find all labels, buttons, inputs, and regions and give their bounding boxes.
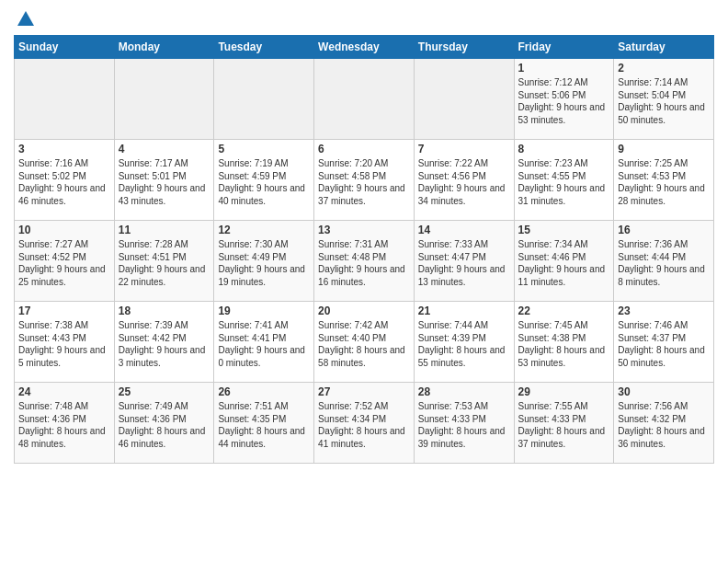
calendar: SundayMondayTuesdayWednesdayThursdayFrid… — [14, 35, 714, 464]
calendar-cell: 23Sunrise: 7:46 AM Sunset: 4:37 PM Dayli… — [614, 302, 714, 383]
day-info: Sunrise: 7:25 AM Sunset: 4:53 PM Dayligh… — [618, 157, 710, 207]
day-number: 8 — [518, 143, 610, 155]
calendar-cell: 15Sunrise: 7:34 AM Sunset: 4:46 PM Dayli… — [514, 221, 614, 302]
day-info: Sunrise: 7:34 AM Sunset: 4:46 PM Dayligh… — [518, 238, 610, 288]
calendar-cell: 2Sunrise: 7:14 AM Sunset: 5:04 PM Daylig… — [614, 59, 714, 140]
calendar-cell: 17Sunrise: 7:38 AM Sunset: 4:43 PM Dayli… — [15, 302, 115, 383]
calendar-cell — [314, 59, 415, 140]
day-number: 2 — [618, 62, 710, 75]
calendar-cell: 22Sunrise: 7:45 AM Sunset: 4:38 PM Dayli… — [514, 302, 614, 383]
day-info: Sunrise: 7:42 AM Sunset: 4:40 PM Dayligh… — [318, 319, 410, 369]
day-info: Sunrise: 7:27 AM Sunset: 4:52 PM Dayligh… — [18, 238, 110, 288]
day-info: Sunrise: 7:39 AM Sunset: 4:42 PM Dayligh… — [119, 319, 210, 369]
day-number: 18 — [119, 304, 210, 317]
day-info: Sunrise: 7:46 AM Sunset: 4:37 PM Dayligh… — [618, 319, 710, 369]
svg-marker-0 — [17, 11, 34, 26]
day-info: Sunrise: 7:14 AM Sunset: 5:04 PM Dayligh… — [618, 76, 710, 126]
calendar-cell — [414, 59, 514, 140]
day-info: Sunrise: 7:55 AM Sunset: 4:33 PM Dayligh… — [518, 400, 610, 450]
day-number: 15 — [518, 224, 610, 236]
day-number: 10 — [18, 224, 110, 236]
calendar-cell: 19Sunrise: 7:41 AM Sunset: 4:41 PM Dayli… — [214, 302, 314, 383]
calendar-week-row: 24Sunrise: 7:48 AM Sunset: 4:36 PM Dayli… — [15, 383, 714, 464]
calendar-cell: 24Sunrise: 7:48 AM Sunset: 4:36 PM Dayli… — [15, 383, 115, 464]
calendar-cell: 16Sunrise: 7:36 AM Sunset: 4:44 PM Dayli… — [614, 221, 714, 302]
calendar-cell — [114, 59, 214, 140]
calendar-cell: 4Sunrise: 7:17 AM Sunset: 5:01 PM Daylig… — [114, 140, 214, 221]
day-number: 24 — [18, 385, 110, 398]
calendar-cell: 29Sunrise: 7:55 AM Sunset: 4:33 PM Dayli… — [514, 383, 614, 464]
calendar-week-row: 3Sunrise: 7:16 AM Sunset: 5:02 PM Daylig… — [15, 140, 714, 221]
day-info: Sunrise: 7:53 AM Sunset: 4:33 PM Dayligh… — [418, 400, 510, 450]
calendar-cell: 3Sunrise: 7:16 AM Sunset: 5:02 PM Daylig… — [15, 140, 115, 221]
weekday-header: Tuesday — [214, 36, 314, 59]
weekday-header: Sunday — [15, 36, 115, 59]
logo-icon — [16, 9, 36, 29]
calendar-cell: 21Sunrise: 7:44 AM Sunset: 4:39 PM Dayli… — [414, 302, 514, 383]
day-number: 23 — [618, 304, 710, 317]
calendar-cell: 13Sunrise: 7:31 AM Sunset: 4:48 PM Dayli… — [314, 221, 415, 302]
day-number: 25 — [119, 385, 210, 398]
day-info: Sunrise: 7:36 AM Sunset: 4:44 PM Dayligh… — [618, 238, 710, 288]
day-info: Sunrise: 7:31 AM Sunset: 4:48 PM Dayligh… — [318, 238, 410, 288]
calendar-cell: 25Sunrise: 7:49 AM Sunset: 4:36 PM Dayli… — [114, 383, 214, 464]
day-number: 14 — [418, 224, 510, 236]
day-info: Sunrise: 7:49 AM Sunset: 4:36 PM Dayligh… — [119, 400, 210, 450]
day-number: 13 — [318, 224, 410, 236]
day-info: Sunrise: 7:38 AM Sunset: 4:43 PM Dayligh… — [18, 319, 110, 369]
calendar-cell: 1Sunrise: 7:12 AM Sunset: 5:06 PM Daylig… — [514, 59, 614, 140]
calendar-cell: 28Sunrise: 7:53 AM Sunset: 4:33 PM Dayli… — [414, 383, 514, 464]
day-info: Sunrise: 7:16 AM Sunset: 5:02 PM Dayligh… — [18, 157, 110, 207]
calendar-cell: 6Sunrise: 7:20 AM Sunset: 4:58 PM Daylig… — [314, 140, 415, 221]
weekday-header: Thursday — [414, 36, 514, 59]
day-info: Sunrise: 7:41 AM Sunset: 4:41 PM Dayligh… — [218, 319, 310, 369]
calendar-cell — [214, 59, 314, 140]
day-info: Sunrise: 7:23 AM Sunset: 4:55 PM Dayligh… — [518, 157, 610, 207]
calendar-cell: 26Sunrise: 7:51 AM Sunset: 4:35 PM Dayli… — [214, 383, 314, 464]
calendar-week-row: 17Sunrise: 7:38 AM Sunset: 4:43 PM Dayli… — [15, 302, 714, 383]
day-number: 22 — [518, 304, 610, 317]
calendar-cell: 27Sunrise: 7:52 AM Sunset: 4:34 PM Dayli… — [314, 383, 415, 464]
day-info: Sunrise: 7:51 AM Sunset: 4:35 PM Dayligh… — [218, 400, 310, 450]
day-number: 17 — [18, 304, 110, 317]
day-info: Sunrise: 7:28 AM Sunset: 4:51 PM Dayligh… — [119, 238, 210, 288]
day-info: Sunrise: 7:12 AM Sunset: 5:06 PM Dayligh… — [518, 76, 610, 126]
day-number: 4 — [119, 143, 210, 155]
calendar-cell: 12Sunrise: 7:30 AM Sunset: 4:49 PM Dayli… — [214, 221, 314, 302]
day-number: 20 — [318, 304, 410, 317]
calendar-week-row: 1Sunrise: 7:12 AM Sunset: 5:06 PM Daylig… — [15, 59, 714, 140]
day-info: Sunrise: 7:44 AM Sunset: 4:39 PM Dayligh… — [418, 319, 510, 369]
day-number: 6 — [318, 143, 410, 155]
day-info: Sunrise: 7:20 AM Sunset: 4:58 PM Dayligh… — [318, 157, 410, 207]
day-info: Sunrise: 7:22 AM Sunset: 4:56 PM Dayligh… — [418, 157, 510, 207]
day-number: 27 — [318, 385, 410, 398]
day-number: 21 — [418, 304, 510, 317]
weekday-header: Friday — [514, 36, 614, 59]
calendar-week-row: 10Sunrise: 7:27 AM Sunset: 4:52 PM Dayli… — [15, 221, 714, 302]
day-number: 16 — [618, 224, 710, 236]
day-info: Sunrise: 7:45 AM Sunset: 4:38 PM Dayligh… — [518, 319, 610, 369]
day-info: Sunrise: 7:56 AM Sunset: 4:32 PM Dayligh… — [618, 400, 710, 450]
calendar-cell: 20Sunrise: 7:42 AM Sunset: 4:40 PM Dayli… — [314, 302, 415, 383]
day-number: 19 — [218, 304, 310, 317]
calendar-cell: 5Sunrise: 7:19 AM Sunset: 4:59 PM Daylig… — [214, 140, 314, 221]
day-number: 12 — [218, 224, 310, 236]
calendar-cell: 18Sunrise: 7:39 AM Sunset: 4:42 PM Dayli… — [114, 302, 214, 383]
calendar-cell: 11Sunrise: 7:28 AM Sunset: 4:51 PM Dayli… — [114, 221, 214, 302]
day-number: 29 — [518, 385, 610, 398]
day-info: Sunrise: 7:48 AM Sunset: 4:36 PM Dayligh… — [18, 400, 110, 450]
calendar-body: 1Sunrise: 7:12 AM Sunset: 5:06 PM Daylig… — [15, 59, 714, 464]
weekday-header: Saturday — [614, 36, 714, 59]
day-info: Sunrise: 7:52 AM Sunset: 4:34 PM Dayligh… — [318, 400, 410, 450]
day-number: 30 — [618, 385, 710, 398]
calendar-cell: 14Sunrise: 7:33 AM Sunset: 4:47 PM Dayli… — [414, 221, 514, 302]
day-number: 7 — [418, 143, 510, 155]
calendar-cell: 30Sunrise: 7:56 AM Sunset: 4:32 PM Dayli… — [614, 383, 714, 464]
day-number: 3 — [18, 143, 110, 155]
day-number: 28 — [418, 385, 510, 398]
day-info: Sunrise: 7:30 AM Sunset: 4:49 PM Dayligh… — [218, 238, 310, 288]
weekday-header: Monday — [114, 36, 214, 59]
calendar-cell: 9Sunrise: 7:25 AM Sunset: 4:53 PM Daylig… — [614, 140, 714, 221]
day-info: Sunrise: 7:19 AM Sunset: 4:59 PM Dayligh… — [218, 157, 310, 207]
weekday-header: Wednesday — [314, 36, 415, 59]
